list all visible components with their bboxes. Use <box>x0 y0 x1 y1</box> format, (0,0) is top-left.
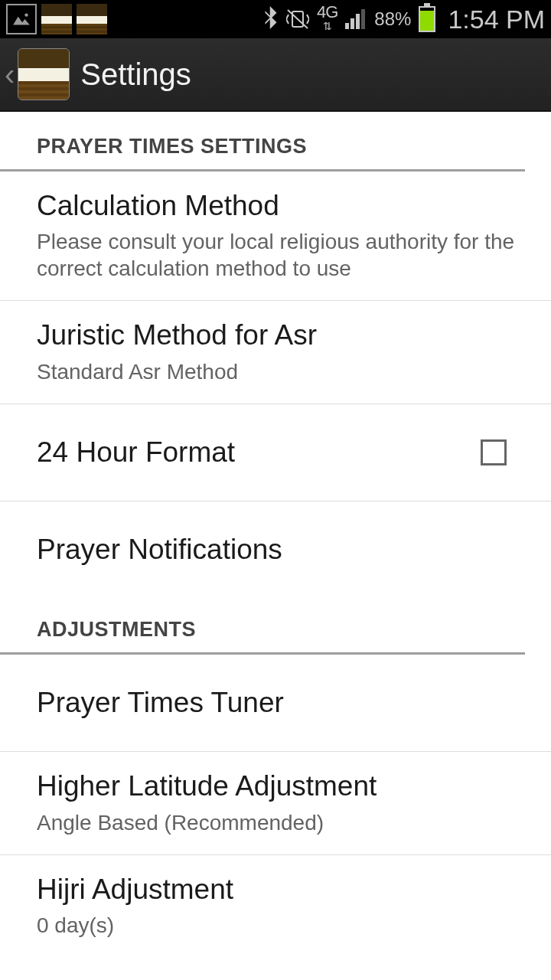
status-bar: 4G⇅ 88% 1:54 PM <box>0 0 551 38</box>
section-header-location: LOCATION SETTINGS <box>0 957 525 980</box>
setting-title: Calculation Method <box>37 188 525 224</box>
setting-prayer-times-tuner[interactable]: Prayer Times Tuner <box>0 655 551 752</box>
svg-marker-0 <box>13 17 30 25</box>
setting-subtitle: Angle Based (Recommended) <box>37 809 525 836</box>
setting-title: Juristic Method for Asr <box>37 318 525 353</box>
section-header-adjustments: ADJUSTMENTS <box>0 598 525 655</box>
battery-percent: 88% <box>374 8 411 30</box>
vibrate-icon <box>286 8 309 30</box>
setting-title: Prayer Notifications <box>37 532 525 567</box>
status-right: 4G⇅ 88% 1:54 PM <box>263 5 545 34</box>
setting-title: Hijri Adjustment <box>37 872 525 907</box>
section-header-prayer-times: PRAYER TIMES SETTINGS <box>0 115 525 172</box>
signal-strength-icon <box>345 9 367 29</box>
svg-point-1 <box>24 13 28 16</box>
setting-title: 24 Hour Format <box>37 435 481 470</box>
svg-rect-5 <box>350 18 354 29</box>
svg-rect-6 <box>356 14 360 29</box>
app-icon[interactable] <box>18 48 70 100</box>
svg-rect-7 <box>361 9 365 29</box>
setting-juristic-method[interactable]: Juristic Method for Asr Standard Asr Met… <box>0 301 551 403</box>
battery-icon <box>419 6 435 32</box>
bluetooth-icon <box>263 6 279 33</box>
setting-title: Prayer Times Tuner <box>37 685 525 720</box>
setting-subtitle: Please consult your local religious auth… <box>37 228 525 282</box>
network-type-indicator: 4G⇅ <box>317 5 337 33</box>
setting-calculation-method[interactable]: Calculation Method Please consult your l… <box>0 172 551 301</box>
action-bar: ‹ Settings <box>0 38 551 112</box>
back-icon[interactable]: ‹ <box>5 57 15 92</box>
status-clock: 1:54 PM <box>448 5 545 34</box>
setting-subtitle: 0 day(s) <box>37 912 525 939</box>
page-title: Settings <box>80 57 191 92</box>
setting-prayer-notifications[interactable]: Prayer Notifications <box>0 501 551 598</box>
setting-hijri-adjustment[interactable]: Hijri Adjustment 0 day(s) <box>0 855 551 957</box>
setting-title: Higher Latitude Adjustment <box>37 769 525 804</box>
checkbox-24-hour[interactable] <box>481 439 507 466</box>
setting-24-hour-format[interactable]: 24 Hour Format <box>0 404 551 501</box>
status-notification-icons <box>6 4 107 34</box>
app-notification-icon <box>41 4 72 34</box>
svg-line-3 <box>288 10 308 28</box>
svg-rect-4 <box>345 23 349 29</box>
setting-higher-latitude-adjustment[interactable]: Higher Latitude Adjustment Angle Based (… <box>0 752 551 854</box>
setting-subtitle: Standard Asr Method <box>37 358 525 385</box>
app-notification-icon <box>77 4 107 34</box>
gallery-notification-icon <box>6 4 37 34</box>
settings-list[interactable]: PRAYER TIMES SETTINGS Calculation Method… <box>0 115 551 980</box>
